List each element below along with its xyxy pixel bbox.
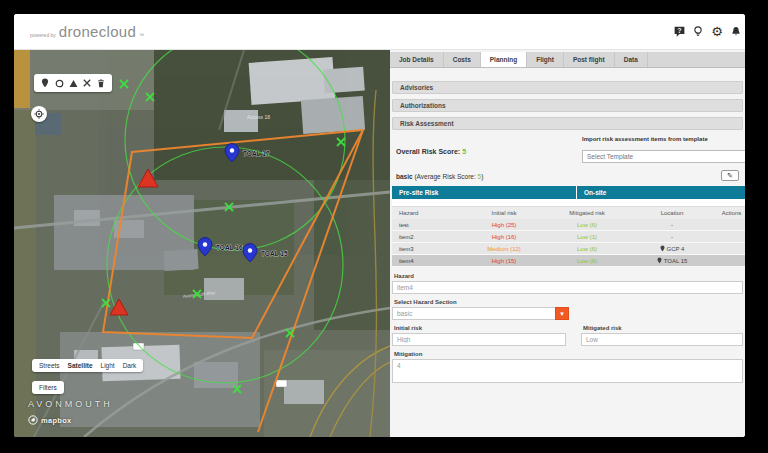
table-phase-band: Pre-site Risk On-site: [392, 186, 745, 199]
filters-button[interactable]: Filters: [32, 381, 64, 394]
row-location: -: [671, 234, 673, 240]
tab-costs[interactable]: Costs: [444, 52, 481, 67]
risk-group-row: basic (Average Risk Score: 5) ✎: [392, 170, 743, 184]
table-band-subrow: [392, 199, 745, 207]
hazard-field-label: Hazard: [394, 273, 743, 279]
row-mitigated-risk: Low (6): [577, 258, 597, 264]
row-initial-risk: High (16): [492, 234, 517, 240]
map-area-label: Access 18: [247, 114, 270, 120]
pre-site-risk-header: Pre-site Risk: [392, 186, 577, 199]
toal-16-label: TOAL 16: [216, 244, 243, 251]
planning-panel: Job Details Costs Planning Flight Post f…: [390, 50, 745, 437]
map-annotation-toolbar: [34, 74, 112, 92]
brand-name: dronecloud: [59, 23, 136, 40]
overall-risk-score: Overall Risk Score: 5: [396, 148, 466, 155]
tab-job-details[interactable]: Job Details: [390, 52, 444, 67]
toal-17-label: TOAL 17: [243, 150, 270, 157]
job-tabs: Job Details Costs Planning Flight Post f…: [390, 52, 745, 68]
add-circle-tool-icon[interactable]: [54, 78, 64, 88]
header-icon-group: ? ⚙: [672, 24, 743, 38]
mitigated-risk-input[interactable]: [581, 333, 743, 346]
section-risk-assessment[interactable]: Risk Assessment: [392, 117, 743, 130]
mapbox-attribution[interactable]: mapbox: [28, 415, 72, 425]
initial-risk-input[interactable]: [392, 333, 566, 346]
row-initial-risk: Medium (12): [487, 246, 521, 252]
table-row[interactable]: item2 High (16) Low (1) -: [392, 231, 745, 243]
location-pin-icon: [660, 245, 665, 252]
table-row[interactable]: test High (25) Low (6) -: [392, 219, 745, 231]
lightbulb-icon[interactable]: [691, 24, 705, 38]
powered-by-label: powered by: [30, 32, 56, 38]
hazard-section-select-wrap: ▾: [392, 307, 569, 320]
map-imagery: Access 18 Avonmouth Way: [14, 50, 390, 437]
style-satellite-button[interactable]: Satellite: [68, 362, 93, 369]
mitigation-label: Mitigation: [394, 351, 743, 357]
tab-post-flight[interactable]: Post flight: [564, 52, 615, 67]
add-triangle-tool-icon[interactable]: [68, 78, 78, 88]
row-location: TOAL 15: [664, 258, 688, 264]
tab-flight[interactable]: Flight: [527, 52, 564, 67]
mapbox-logo-icon: [28, 415, 38, 425]
mitigation-textarea[interactable]: 4: [392, 359, 743, 383]
hazard-input[interactable]: [392, 281, 743, 294]
col-location: Location: [626, 210, 718, 216]
initial-risk-label: Initial risk: [394, 325, 566, 331]
section-advisories[interactable]: Advisories: [392, 81, 743, 94]
table-column-headers: Hazard Initial risk Mitigated risk Locat…: [392, 207, 745, 219]
brand-trademark: ™: [139, 32, 144, 38]
map-canvas[interactable]: Access 18 Avonmouth Way: [14, 50, 390, 437]
brand-logo: powered by dronecloud ™: [30, 23, 144, 40]
hazard-section-label: Select Hazard Section: [394, 299, 743, 305]
app-window: powered by dronecloud ™ ? ⚙: [14, 14, 745, 437]
row-mitigated-risk: Low (1): [577, 234, 597, 240]
risk-assessment-table: Pre-site Risk On-site Hazard Initial ris…: [392, 186, 745, 267]
section-authorizations[interactable]: Authorizations: [392, 99, 743, 112]
on-site-header: On-site: [577, 186, 745, 199]
help-bubble-icon[interactable]: ?: [672, 24, 686, 38]
overall-score-row: Overall Risk Score: 5 Import risk assess…: [392, 136, 743, 166]
table-row[interactable]: item4 High (15) Low (6) TOAL 15: [392, 255, 745, 267]
hazard-section-select[interactable]: [392, 307, 569, 320]
import-template-block: Import risk assessment items from templa…: [582, 136, 745, 163]
style-light-button[interactable]: Light: [101, 362, 115, 369]
row-hazard: test: [392, 222, 460, 228]
edit-pencil-button[interactable]: ✎: [721, 170, 739, 181]
tab-data[interactable]: Data: [615, 52, 648, 67]
row-mitigated-risk: Low (6): [577, 246, 597, 252]
basemap-style-switcher: Streets Satellite Light Dark: [32, 359, 143, 372]
overall-risk-score-value: 5: [462, 148, 466, 155]
overall-risk-score-label: Overall Risk Score:: [396, 148, 460, 155]
row-hazard: item2: [392, 234, 460, 240]
svg-text:?: ?: [677, 26, 681, 33]
risk-group-avg-prefix: (Average Risk Score:: [413, 173, 478, 180]
col-hazard: Hazard: [392, 210, 460, 216]
col-mitigated-risk: Mitigated risk: [548, 210, 626, 216]
row-initial-risk: High (15): [492, 258, 517, 264]
table-row[interactable]: item3 Medium (12) Low (6) GCP 4: [392, 243, 745, 255]
add-x-marker-tool-icon[interactable]: [82, 78, 92, 88]
row-mitigated-risk: Low (6): [577, 222, 597, 228]
toal-15-label: TOAL 15: [261, 250, 288, 257]
settings-gear-icon[interactable]: ⚙: [710, 24, 724, 38]
row-location: -: [671, 222, 673, 228]
col-actions: Actions: [718, 210, 745, 216]
app-header: powered by dronecloud ™ ? ⚙: [14, 14, 745, 50]
add-pin-tool-icon[interactable]: [40, 78, 50, 88]
style-dark-button[interactable]: Dark: [123, 362, 137, 369]
mitigated-risk-label: Mitigated risk: [583, 325, 743, 331]
risk-group-avg-suffix: ): [481, 173, 483, 180]
row-hazard: item4: [392, 258, 460, 264]
tab-planning[interactable]: Planning: [481, 52, 527, 67]
import-template-label: Import risk assessment items from templa…: [582, 136, 745, 142]
row-location: GCP 4: [667, 246, 685, 252]
risk-group-name: basic: [396, 173, 413, 180]
row-hazard: item3: [392, 246, 460, 252]
select-dropdown-arrow-button[interactable]: ▾: [555, 307, 569, 320]
notifications-bell-icon[interactable]: [729, 24, 743, 38]
style-streets-button[interactable]: Streets: [39, 362, 60, 369]
select-template-dropdown[interactable]: [582, 150, 745, 163]
geolocate-button[interactable]: [31, 106, 47, 122]
risk-group-title: basic (Average Risk Score: 5): [396, 173, 483, 180]
delete-trash-tool-icon[interactable]: [96, 78, 106, 88]
hazard-edit-form: Hazard Select Hazard Section ▾ Initial r…: [392, 273, 743, 383]
